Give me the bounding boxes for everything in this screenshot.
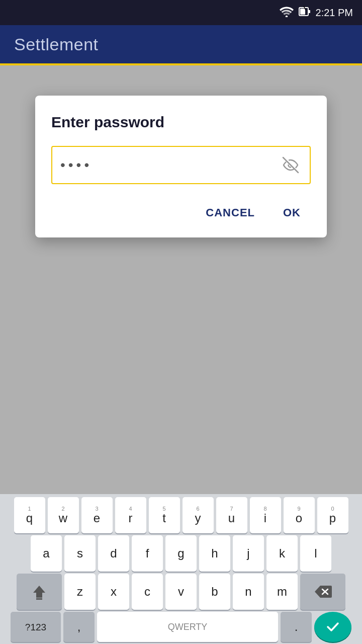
key-letter-o: o: [296, 512, 302, 524]
svg-rect-6: [36, 598, 42, 600]
app-bar: Settlement: [0, 25, 362, 65]
key-letter-f: f: [146, 547, 149, 559]
key-h[interactable]: h: [199, 535, 230, 572]
key-t[interactable]: 5 t: [149, 497, 180, 533]
key-letter-y: y: [195, 512, 201, 524]
key-g[interactable]: g: [165, 535, 197, 572]
key-e[interactable]: 3 e: [81, 497, 113, 533]
keyboard-row-4: ?123 , QWERTY .: [0, 612, 362, 642]
key-k[interactable]: k: [266, 535, 298, 572]
key-letter-n: n: [245, 586, 251, 598]
key-r[interactable]: 4 r: [115, 497, 146, 533]
key-a[interactable]: a: [31, 535, 62, 572]
keyboard-row-3: zxcvbnm: [0, 574, 362, 610]
key-letter-h: h: [211, 547, 218, 559]
key-letter-p: p: [329, 512, 336, 524]
app-title: Settlement: [14, 35, 99, 54]
backspace-key[interactable]: [300, 574, 345, 610]
key-d[interactable]: d: [98, 535, 129, 572]
key-letter-d: d: [110, 547, 117, 559]
key-letter-c: c: [144, 586, 150, 598]
key-b[interactable]: b: [199, 574, 230, 610]
keyboard-row-2: asdfghjkl: [0, 535, 362, 572]
symbols-key-label: ?123: [25, 622, 46, 632]
key-j[interactable]: j: [233, 535, 264, 572]
key-letter-g: g: [177, 547, 184, 559]
toggle-visibility-button[interactable]: [280, 154, 302, 176]
svg-point-0: [285, 15, 287, 17]
comma-key-label: ,: [77, 621, 81, 633]
space-key[interactable]: QWERTY: [97, 612, 278, 642]
key-i[interactable]: 8 i: [250, 497, 281, 533]
cancel-button[interactable]: CANCEL: [200, 202, 261, 223]
battery-icon: [299, 6, 311, 20]
password-input[interactable]: [60, 157, 280, 173]
status-bar: 2:21 PM: [0, 0, 362, 25]
key-l[interactable]: l: [300, 535, 331, 572]
keyboard-row-1: 1 q 2 w 3 e 4 r 5 t 6 y 7 u 8 i 9 o 0 p: [0, 497, 362, 533]
key-z[interactable]: z: [64, 574, 96, 610]
key-s[interactable]: s: [64, 535, 96, 572]
period-key-label: .: [295, 621, 298, 633]
key-letter-l: l: [314, 547, 317, 559]
key-letter-m: m: [277, 586, 287, 598]
key-x[interactable]: x: [98, 574, 129, 610]
ok-button[interactable]: OK: [277, 202, 307, 223]
key-letter-i: i: [264, 512, 266, 524]
key-c[interactable]: c: [132, 574, 163, 610]
key-letter-q: q: [26, 512, 33, 524]
main-content: Enter password CANCEL OK: [0, 65, 362, 494]
svg-rect-3: [300, 9, 305, 15]
key-letter-j: j: [247, 547, 249, 559]
key-y[interactable]: 6 y: [183, 497, 214, 533]
key-letter-k: k: [279, 547, 285, 559]
comma-key[interactable]: ,: [63, 612, 95, 642]
key-letter-z: z: [77, 586, 83, 598]
key-letter-v: v: [178, 586, 184, 598]
key-w[interactable]: 2 w: [48, 497, 79, 533]
wifi-icon: [280, 6, 294, 20]
key-q[interactable]: 1 q: [14, 497, 45, 533]
enter-key[interactable]: [314, 612, 351, 642]
key-o[interactable]: 9 o: [284, 497, 315, 533]
key-n[interactable]: n: [233, 574, 264, 610]
key-letter-x: x: [111, 586, 117, 598]
key-letter-w: w: [59, 512, 67, 524]
password-dialog: Enter password CANCEL OK: [35, 96, 327, 237]
dialog-buttons: CANCEL OK: [51, 202, 311, 223]
symbols-key[interactable]: ?123: [11, 612, 61, 642]
key-f[interactable]: f: [132, 535, 163, 572]
key-letter-u: u: [228, 512, 235, 524]
space-key-label: QWERTY: [168, 622, 208, 632]
key-m[interactable]: m: [266, 574, 298, 610]
shift-key[interactable]: [17, 574, 62, 610]
key-letter-a: a: [43, 547, 49, 559]
key-p[interactable]: 0 p: [317, 497, 348, 533]
key-letter-b: b: [211, 586, 218, 598]
dialog-title: Enter password: [51, 114, 311, 131]
period-key[interactable]: .: [281, 612, 312, 642]
svg-rect-2: [308, 10, 310, 13]
password-input-row[interactable]: [51, 146, 311, 184]
key-u[interactable]: 7 u: [216, 497, 247, 533]
key-letter-e: e: [94, 512, 100, 524]
status-time: 2:21 PM: [316, 7, 353, 19]
svg-marker-5: [33, 586, 45, 598]
key-letter-s: s: [77, 547, 83, 559]
keyboard: 1 q 2 w 3 e 4 r 5 t 6 y 7 u 8 i 9 o 0 p: [0, 494, 362, 644]
key-v[interactable]: v: [165, 574, 197, 610]
key-letter-r: r: [129, 512, 133, 524]
key-letter-t: t: [162, 512, 166, 524]
